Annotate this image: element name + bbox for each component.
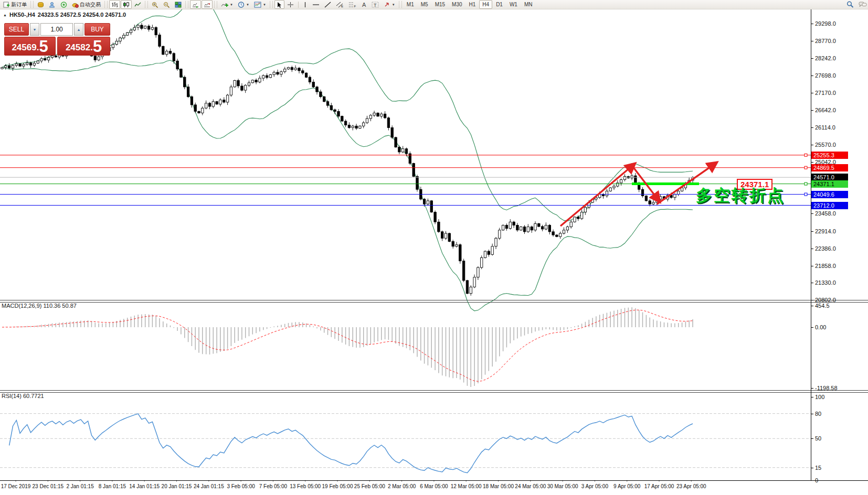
timeframe-W1[interactable]: W1: [506, 0, 521, 9]
time-axis[interactable]: 17 Dec 201923 Dec 01:152 Jan 01:158 Jan …: [0, 481, 868, 495]
chat-button[interactable]: [856, 0, 868, 9]
price-tick-label: 21330.0: [815, 279, 836, 286]
cursor-button[interactable]: [274, 0, 284, 9]
arrows-button[interactable]: ▼: [382, 0, 397, 9]
price-tick: [811, 58, 813, 59]
hline-marker[interactable]: [805, 154, 807, 156]
crosshair-button[interactable]: [285, 0, 296, 9]
trendline-button[interactable]: [322, 0, 333, 9]
timeframe-MN[interactable]: MN: [521, 0, 536, 9]
chart-header: ▲ HK50-,H4 24323.5 24572.5 24254.0 24571…: [3, 12, 126, 18]
auto-trading-button[interactable]: 自动交易: [70, 0, 103, 9]
horizontal-line-icon: [312, 2, 320, 8]
bollinger-lower-band: [2, 60, 693, 311]
timeframe-H4[interactable]: H4: [479, 0, 492, 9]
price-tick: [811, 283, 813, 283]
crosshair-icon: [287, 2, 294, 8]
text-icon: A: [361, 2, 367, 8]
template-colors-button[interactable]: ▼: [252, 0, 268, 9]
timeframe-M5[interactable]: M5: [418, 0, 431, 9]
auto-trading-label: 自动交易: [80, 1, 101, 8]
zoom-in-icon: [152, 2, 158, 8]
hline-marker[interactable]: [805, 182, 807, 185]
ohlc-values: 24323.5 24572.5 24254.0 24571.0: [38, 12, 126, 18]
new-order-label: 新订单: [11, 1, 27, 8]
add-indicator-caret: ▼: [230, 3, 233, 6]
chart-shift-icon: [204, 2, 210, 8]
volume-field[interactable]: 1.00: [40, 23, 73, 36]
time-label: 23 Dec 01:15: [33, 483, 64, 489]
price-tag-24869.5: 24869.5: [811, 164, 848, 171]
alerts-button[interactable]: [58, 0, 69, 9]
text-label-button[interactable]: T: [369, 0, 381, 9]
macd-tick: [811, 327, 813, 328]
timeframe-M30[interactable]: M30: [449, 0, 465, 9]
add-indicator-button[interactable]: ▼: [219, 0, 235, 9]
price-axis[interactable]: 29298.028770.028242.027698.027170.026642…: [811, 9, 868, 481]
new-order-button[interactable]: 新订单: [1, 0, 29, 9]
price-tick: [811, 93, 813, 93]
rsi-tick: [811, 438, 813, 439]
data-window-button[interactable]: [35, 0, 46, 9]
one-click-trading-panel: SELL ▼ 1.00 ▲ BUY 24569.5 24582.5: [4, 23, 110, 56]
rsi-tick: [811, 468, 813, 468]
bar-chart-button[interactable]: [109, 0, 120, 9]
volume-up-button[interactable]: ▲: [74, 23, 83, 36]
line-chart-button[interactable]: [132, 0, 143, 9]
fibonacci-icon: F: [348, 2, 356, 8]
text-button[interactable]: A: [359, 0, 369, 9]
chart-shift-button[interactable]: [202, 0, 213, 9]
trendline-icon: [324, 2, 331, 8]
timeframe-M1[interactable]: M1: [404, 0, 417, 9]
time-label: 30 Mar 05:00: [547, 483, 578, 489]
template-colors-icon: [254, 2, 261, 8]
candlestick-chart-button[interactable]: [121, 0, 132, 9]
timeframe-H1[interactable]: H1: [466, 0, 479, 9]
sell-price-button[interactable]: 24569.5: [4, 37, 56, 56]
time-label: 14 Jan 01:15: [129, 483, 160, 489]
time-label: 2 Mar 05:00: [388, 483, 416, 489]
buy-price-button[interactable]: 24582.5: [57, 37, 110, 56]
fibonacci-button[interactable]: F: [346, 0, 358, 9]
hline-marker[interactable]: [805, 193, 807, 196]
price-tag-25255.3: 25255.3: [811, 152, 848, 159]
rsi-axis-label: 50: [815, 435, 821, 442]
price-tick-label: 27698.0: [815, 72, 836, 79]
equidistant-channel-button[interactable]: E: [334, 0, 346, 9]
price-tick: [811, 249, 813, 249]
macd-axis-label: 454.5: [815, 303, 830, 309]
rsi-tick: [811, 414, 813, 414]
price-tick-label: 22386.0: [815, 245, 836, 252]
vertical-line-icon: [303, 2, 308, 8]
time-label: 7 Feb 05:00: [259, 483, 287, 489]
zoom-in-button[interactable]: [150, 0, 161, 9]
svg-text:A: A: [362, 2, 366, 8]
profiles-button[interactable]: [47, 0, 58, 9]
volume-down-button[interactable]: ▼: [30, 23, 39, 36]
svg-text:E: E: [341, 5, 343, 8]
chart-canvas[interactable]: [0, 0, 868, 495]
buy-button[interactable]: BUY: [84, 23, 110, 36]
periods-button[interactable]: ▼: [236, 0, 251, 9]
price-tick: [811, 41, 813, 41]
tile-windows-button[interactable]: [173, 0, 184, 9]
price-tick: [811, 127, 813, 128]
zoom-out-button[interactable]: [161, 0, 172, 9]
horizontal-line-button[interactable]: [310, 0, 322, 9]
search-button[interactable]: [844, 0, 856, 9]
turning-point-text[interactable]: 多空转折点: [696, 185, 785, 207]
time-label: 3 Apr 05:00: [581, 483, 608, 489]
timeframe-M15[interactable]: M15: [432, 0, 448, 9]
periods-caret: ▼: [246, 3, 249, 6]
hline-marker[interactable]: [805, 166, 807, 169]
price-tick-label: 28242.0: [815, 55, 836, 61]
price-tick-label: 23458.0: [815, 210, 836, 217]
auto-scroll-button[interactable]: [190, 0, 201, 9]
tile-windows-icon: [175, 2, 182, 8]
zoom-out-icon: [163, 2, 170, 8]
vertical-line-button[interactable]: [301, 0, 310, 9]
timeframe-buttons: M1M5M15M30H1H4D1W1MN: [404, 0, 536, 9]
sell-button[interactable]: SELL: [4, 23, 29, 36]
timeframe-D1[interactable]: D1: [493, 0, 506, 9]
macd-tick: [811, 388, 813, 389]
